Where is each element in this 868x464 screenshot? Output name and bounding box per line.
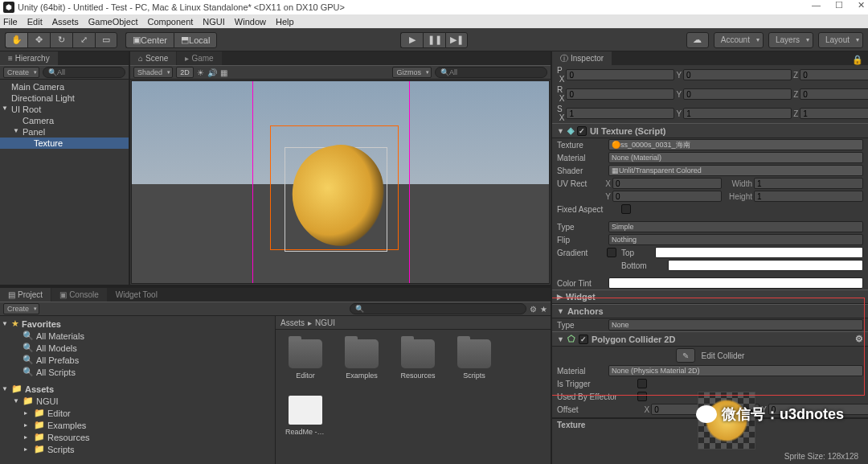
asset-item[interactable]: Resources xyxy=(398,339,438,380)
menu-component[interactable]: Component xyxy=(147,17,193,27)
menu-ngui[interactable]: NGUI xyxy=(203,17,225,27)
scene-2d-toggle[interactable]: 2D xyxy=(176,67,194,78)
menu-window[interactable]: Window xyxy=(235,17,266,27)
tab-game[interactable]: ▸Game xyxy=(177,51,222,65)
type-dropdown[interactable]: Simple xyxy=(608,221,863,232)
play-button[interactable]: ▶ xyxy=(400,32,423,48)
tab-hierarchy[interactable]: ≡Hierarchy xyxy=(0,51,59,65)
scene-audio-toggle[interactable]: 🔊 xyxy=(207,68,217,77)
phys-material-field[interactable]: None (Physics Material 2D) xyxy=(608,365,863,376)
favorite-item[interactable]: 🔍 All Prefabs xyxy=(0,354,275,366)
menu-help[interactable]: Help xyxy=(276,17,294,27)
uv-x[interactable] xyxy=(612,178,722,189)
menu-file[interactable]: File xyxy=(3,17,18,27)
anchors-header[interactable]: ▼Anchors xyxy=(552,304,868,318)
project-search[interactable]: 🔍 xyxy=(350,303,526,314)
scene-fx-toggle[interactable]: ▦ xyxy=(220,68,227,77)
ui-texture-header[interactable]: ▼◈UI Texture (Script) xyxy=(552,123,868,138)
favorite-item[interactable]: 🔍 All Scripts xyxy=(0,366,275,378)
minimize-button[interactable]: — xyxy=(812,0,821,10)
tab-widget-tool[interactable]: Widget Tool xyxy=(108,288,166,302)
material-field[interactable]: None (Material) xyxy=(608,152,863,163)
favorite-item[interactable]: 🔍 All Models xyxy=(0,342,275,354)
inspector-lock-icon[interactable]: 🔒 xyxy=(847,55,868,65)
asset-item[interactable]: Scripts xyxy=(454,339,494,380)
account-dropdown[interactable]: Account xyxy=(714,32,764,48)
uv-w[interactable] xyxy=(754,178,863,189)
asset-tree-item[interactable]: ▸📁 Editor xyxy=(0,407,275,419)
hierarchy-create-dropdown[interactable]: Create xyxy=(3,67,39,78)
tab-inspector[interactable]: ⓘInspector xyxy=(552,51,612,65)
hierarchy-item[interactable]: Camera xyxy=(0,115,129,126)
uv-y[interactable] xyxy=(612,191,722,202)
color-tint-swatch[interactable] xyxy=(608,277,863,289)
cloud-button[interactable]: ☁ xyxy=(686,32,709,48)
scene-shading-dropdown[interactable]: Shaded xyxy=(133,67,173,78)
gradient-top-color[interactable] xyxy=(655,247,863,258)
pos-x[interactable] xyxy=(566,69,674,80)
scl-z[interactable] xyxy=(800,108,868,119)
pos-y[interactable] xyxy=(683,69,792,80)
rot-z[interactable] xyxy=(800,88,868,100)
fixed-aspect-checkbox[interactable] xyxy=(621,204,631,214)
project-save-icon[interactable]: ★ xyxy=(540,305,547,314)
menu-gameobject[interactable]: GameObject xyxy=(88,17,138,27)
tool-rotate[interactable]: ↻ xyxy=(50,32,72,48)
asset-tree-item[interactable]: ▸📁 Scripts xyxy=(0,443,275,455)
asset-item[interactable]: Editor xyxy=(285,339,326,380)
menu-assets[interactable]: Assets xyxy=(52,17,79,27)
anchors-type-dropdown[interactable]: None xyxy=(608,319,863,331)
asset-tree-item[interactable]: ▸📁 Examples xyxy=(0,419,275,431)
tool-rect[interactable]: ▭ xyxy=(95,32,117,48)
scene-search[interactable]: 🔍All xyxy=(435,67,547,78)
maximize-button[interactable]: ☐ xyxy=(835,0,843,10)
hierarchy-item[interactable]: Texture xyxy=(0,138,129,149)
pivot-center-button[interactable]: ▣ Center xyxy=(125,32,174,48)
rot-y[interactable] xyxy=(683,88,792,100)
scene-gizmos-dropdown[interactable]: Gizmos xyxy=(392,67,432,78)
pivot-local-button[interactable]: ⬒ Local xyxy=(174,32,217,48)
tab-scene[interactable]: ⌂Scene xyxy=(130,51,177,65)
scene-view[interactable] xyxy=(131,80,550,284)
gradient-bottom-color[interactable] xyxy=(668,260,863,271)
used-by-effector-checkbox[interactable] xyxy=(637,392,647,401)
scl-x[interactable] xyxy=(566,108,674,119)
component-menu-icon[interactable]: ⚙ xyxy=(855,334,863,344)
project-create-dropdown[interactable]: Create xyxy=(3,303,39,314)
flip-dropdown[interactable]: Nothing xyxy=(608,234,863,245)
asset-item[interactable]: ReadMe - 3... xyxy=(285,396,326,436)
menu-edit[interactable]: Edit xyxy=(27,17,43,27)
scl-y[interactable] xyxy=(683,108,792,119)
uv-h[interactable] xyxy=(754,191,863,202)
ui-texture-enabled-checkbox[interactable] xyxy=(577,126,587,136)
breadcrumb-ngui[interactable]: NGUI xyxy=(315,318,335,327)
widget-header[interactable]: ▶Widget xyxy=(552,289,868,304)
tool-move[interactable]: ✥ xyxy=(27,32,50,48)
hierarchy-item[interactable]: Main Camera xyxy=(0,81,129,92)
polygon-collider-header[interactable]: ▼⬠Polygon Collider 2D⚙ xyxy=(552,331,868,347)
project-filter-icon[interactable]: ⚙ xyxy=(530,305,537,314)
layout-dropdown[interactable]: Layout xyxy=(818,32,863,48)
is-trigger-checkbox[interactable] xyxy=(637,379,647,388)
assets-header[interactable]: ▼📁Assets xyxy=(0,383,275,395)
hierarchy-item[interactable]: ▼UI Root xyxy=(0,104,129,115)
rot-x[interactable] xyxy=(566,88,674,100)
polygon-enabled-checkbox[interactable] xyxy=(579,335,588,344)
breadcrumb-assets[interactable]: Assets xyxy=(280,318,305,327)
layers-dropdown[interactable]: Layers xyxy=(768,32,813,48)
tab-project[interactable]: ▤Project xyxy=(0,288,51,302)
favorites-header[interactable]: ▼★Favorites xyxy=(0,318,275,330)
favorite-item[interactable]: 🔍 All Materials xyxy=(0,330,275,342)
shader-field[interactable]: ▦ Unlit/Transparent Colored xyxy=(608,165,863,176)
pos-z[interactable] xyxy=(800,69,868,80)
scene-light-toggle[interactable]: ☀ xyxy=(197,68,204,77)
pause-button[interactable]: ❚❚ xyxy=(423,32,445,48)
tab-console[interactable]: ▣Console xyxy=(51,288,108,302)
tool-hand[interactable]: ✋ xyxy=(5,32,27,48)
hierarchy-item[interactable]: Directional Light xyxy=(0,92,129,104)
tool-scale[interactable]: ⤢ xyxy=(72,32,95,48)
hierarchy-search[interactable]: 🔍All xyxy=(43,67,125,78)
asset-item[interactable]: Examples xyxy=(342,339,382,380)
asset-tree-item[interactable]: ▸📁 Resources xyxy=(0,431,275,443)
step-button[interactable]: ▶❚ xyxy=(445,32,468,48)
